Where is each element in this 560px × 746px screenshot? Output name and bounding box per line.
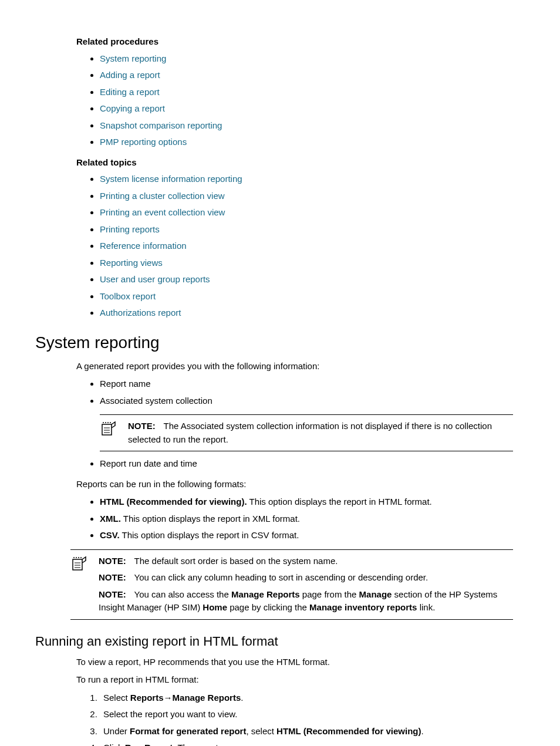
list-item: HTML (Recommended for viewing). This opt…: [100, 495, 513, 509]
list-item: System license information reporting: [100, 173, 513, 186]
link-reporting-views[interactable]: Reporting views: [100, 258, 163, 268]
list-item: Toolbox report: [100, 290, 513, 303]
link-user-group-reports[interactable]: User and user group reports: [100, 274, 210, 284]
link-event-view[interactable]: Printing an event collection view: [100, 207, 225, 217]
link-reference-info[interactable]: Reference information: [100, 241, 187, 251]
steps-list: Select Reports→Manage Reports. Select th…: [35, 691, 513, 747]
system-reporting-heading: System reporting: [35, 330, 513, 355]
svg-rect-0: [102, 424, 112, 435]
list-item: System reporting: [100, 52, 513, 66]
note-icon: [100, 421, 123, 446]
list-item: Authorizations report: [100, 306, 513, 320]
step-item: Select the report you want to view.: [100, 708, 513, 721]
system-reporting-intro: A generated report provides you with the…: [76, 360, 513, 373]
list-item: User and user group reports: [100, 273, 513, 286]
list-item: Printing an event collection view: [100, 206, 513, 220]
list-item: Adding a report: [100, 69, 513, 82]
note-label: NOTE:: [99, 556, 126, 566]
link-editing-report[interactable]: Editing a report: [100, 87, 160, 97]
report-info-list: Report name Associated system collection: [35, 377, 513, 407]
related-topics-heading: Related topics: [76, 156, 513, 170]
list-item: Printing a cluster collection view: [100, 190, 513, 203]
running-existing-heading: Running an existing report in HTML forma…: [35, 632, 513, 651]
list-item: CSV. This option displays the report in …: [100, 529, 513, 542]
svg-rect-4: [73, 559, 82, 570]
list-item: Editing a report: [100, 86, 513, 99]
related-procedures-heading: Related procedures: [76, 35, 513, 49]
link-adding-report[interactable]: Adding a report: [100, 70, 160, 80]
note-text: You can click any column heading to sort…: [134, 572, 429, 582]
formats-list: HTML (Recommended for viewing). This opt…: [35, 495, 513, 542]
note-icon: [70, 556, 94, 615]
note-block: NOTE: The Associated system collection i…: [100, 414, 513, 451]
step-item: Under Format for generated report, selec…: [100, 725, 513, 738]
step-item: Select Reports→Manage Reports.: [100, 691, 513, 705]
link-system-reporting[interactable]: System reporting: [100, 53, 166, 63]
related-procedures-list: System reporting Adding a report Editing…: [35, 52, 513, 149]
running-intro-1: To view a report, HP recommends that you…: [76, 656, 513, 669]
note-block: NOTE: The default sort order is based on…: [70, 549, 513, 620]
note-text: The default sort order is based on the s…: [134, 556, 338, 566]
list-item: Snapshot comparison reporting: [100, 119, 513, 133]
note-label: NOTE:: [99, 589, 126, 599]
link-snapshot-comparison[interactable]: Snapshot comparison reporting: [100, 120, 222, 130]
link-printing-reports[interactable]: Printing reports: [100, 224, 160, 234]
note-text: The Associated system collection informa…: [128, 421, 492, 444]
list-item: Reporting views: [100, 256, 513, 270]
link-authorizations-report[interactable]: Authorizations report: [100, 308, 181, 318]
note-label: NOTE:: [99, 572, 126, 582]
note-label: NOTE:: [128, 421, 156, 431]
link-toolbox-report[interactable]: Toolbox report: [100, 291, 156, 301]
link-pmp-options[interactable]: PMP reporting options: [100, 137, 187, 147]
list-item: Report run date and time: [100, 457, 513, 471]
list-item: Associated system collection: [100, 394, 513, 408]
link-cluster-view[interactable]: Printing a cluster collection view: [100, 191, 225, 201]
list-item: Copying a report: [100, 102, 513, 116]
related-topics-list: System license information reporting Pri…: [35, 173, 513, 320]
list-item: XML. This option displays the report in …: [100, 512, 513, 526]
running-intro-2: To run a report in HTML format:: [76, 673, 513, 687]
note-text: You can also access the Manage Reports p…: [99, 589, 497, 613]
link-system-license[interactable]: System license information reporting: [100, 174, 242, 184]
list-item: PMP reporting options: [100, 136, 513, 149]
report-info-list-2: Report run date and time: [35, 457, 513, 471]
step-item: Click Run Report. The report appears. Th…: [100, 741, 513, 746]
link-copying-report[interactable]: Copying a report: [100, 103, 165, 113]
list-item: Reference information: [100, 239, 513, 253]
list-item: Printing reports: [100, 223, 513, 237]
list-item: Report name: [100, 377, 513, 391]
formats-intro: Reports can be run in the following form…: [76, 478, 513, 491]
